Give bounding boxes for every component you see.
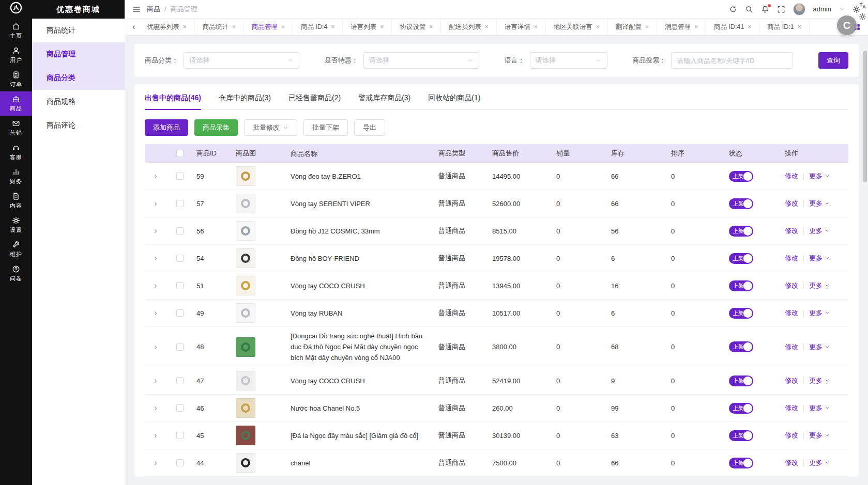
- row-checkbox[interactable]: [176, 227, 184, 234]
- row-checkbox[interactable]: [176, 377, 184, 384]
- page-tab[interactable]: 翻译配置 ×: [608, 19, 657, 35]
- status-toggle[interactable]: 上架: [729, 198, 753, 209]
- more-link[interactable]: 更多: [809, 431, 830, 440]
- edit-link[interactable]: 修改: [785, 308, 798, 318]
- row-checkbox[interactable]: [176, 282, 184, 289]
- row-expand-icon[interactable]: ›: [154, 226, 157, 236]
- edit-link[interactable]: 修改: [785, 171, 798, 181]
- page-tab[interactable]: 地区关联语言 ×: [546, 19, 608, 35]
- product-image[interactable]: [236, 166, 255, 186]
- product-search-input[interactable]: [671, 52, 793, 69]
- more-link[interactable]: 更多: [809, 254, 830, 263]
- rail-item[interactable]: 客服: [0, 140, 32, 164]
- edit-link[interactable]: 修改: [785, 376, 798, 385]
- edit-link[interactable]: 修改: [785, 431, 798, 440]
- rail-item[interactable]: 维护: [0, 237, 32, 261]
- more-link[interactable]: 更多: [809, 376, 830, 385]
- more-link[interactable]: 更多: [809, 199, 830, 208]
- export-button[interactable]: 导出: [354, 119, 385, 136]
- tabs-scroll-left-icon[interactable]: ‹: [128, 22, 139, 32]
- sidebar-item[interactable]: 商品管理: [32, 42, 125, 66]
- status-toggle[interactable]: 上架: [729, 430, 753, 441]
- product-image[interactable]: [236, 453, 255, 473]
- sidebar-item[interactable]: 商品统计: [32, 19, 125, 42]
- edit-link[interactable]: 修改: [785, 458, 798, 467]
- username[interactable]: admin: [813, 5, 831, 13]
- refresh-icon[interactable]: [729, 5, 737, 13]
- status-toggle[interactable]: 上架: [729, 376, 753, 386]
- search-icon[interactable]: [745, 5, 753, 13]
- rail-item[interactable]: 财务: [0, 164, 32, 189]
- more-link[interactable]: 更多: [809, 171, 830, 181]
- tab-close-icon[interactable]: ×: [232, 23, 236, 30]
- special-select[interactable]: 请选择: [363, 52, 479, 69]
- rail-item[interactable]: 设置: [0, 213, 32, 237]
- collect-product-button[interactable]: 商品采集: [194, 119, 238, 136]
- add-product-button[interactable]: 添加商品: [145, 119, 188, 136]
- row-expand-icon[interactable]: ›: [154, 403, 157, 413]
- edit-link[interactable]: 修改: [785, 281, 798, 290]
- page-tab[interactable]: 配送员列表 ×: [441, 19, 497, 35]
- row-expand-icon[interactable]: ›: [154, 308, 157, 318]
- row-checkbox[interactable]: [176, 200, 184, 207]
- tab-close-icon[interactable]: ×: [534, 23, 538, 30]
- batch-edit-button[interactable]: 批量修改: [244, 119, 297, 136]
- fullscreen-icon[interactable]: [777, 5, 785, 13]
- row-checkbox[interactable]: [176, 173, 184, 180]
- product-status-tab[interactable]: 出售中的商品(46): [145, 93, 201, 109]
- product-status-tab[interactable]: 已经售罄商品(2): [288, 93, 341, 109]
- row-expand-icon[interactable]: ›: [154, 431, 157, 440]
- select-all-checkbox[interactable]: [176, 150, 184, 157]
- vertical-scrollbar-thumb[interactable]: [863, 51, 867, 182]
- row-expand-icon[interactable]: ›: [154, 458, 157, 467]
- page-tab[interactable]: 商品管理 ×: [244, 19, 293, 35]
- avatar[interactable]: [793, 3, 805, 15]
- page-tab[interactable]: 商品 ID:4 ×: [293, 19, 343, 35]
- sidebar-item[interactable]: 商品分类: [32, 66, 125, 90]
- tab-close-icon[interactable]: ×: [485, 23, 489, 30]
- tab-close-icon[interactable]: ×: [429, 23, 433, 30]
- floating-brand-bubble[interactable]: C: [837, 15, 857, 35]
- page-tab[interactable]: 语言详情 ×: [497, 19, 546, 35]
- more-link[interactable]: 更多: [809, 226, 830, 236]
- search-button[interactable]: 查询: [818, 52, 848, 69]
- row-expand-icon[interactable]: ›: [154, 342, 157, 352]
- rail-item[interactable]: 问卷: [0, 261, 32, 286]
- tab-close-icon[interactable]: ×: [694, 23, 698, 30]
- status-toggle[interactable]: 上架: [729, 171, 753, 182]
- language-toggle-icon[interactable]: [859, 2, 866, 9]
- category-select[interactable]: 请选择: [184, 52, 299, 69]
- page-tab[interactable]: 消息管理 ×: [657, 19, 706, 35]
- row-expand-icon[interactable]: ›: [154, 376, 157, 385]
- sidebar-item[interactable]: 商品评论: [32, 114, 125, 137]
- status-toggle[interactable]: 上架: [729, 253, 753, 264]
- edit-link[interactable]: 修改: [785, 254, 798, 263]
- product-image[interactable]: [236, 426, 255, 445]
- row-expand-icon[interactable]: ›: [154, 171, 157, 181]
- more-link[interactable]: 更多: [809, 458, 830, 467]
- edit-link[interactable]: 修改: [785, 226, 798, 236]
- row-expand-icon[interactable]: ›: [154, 281, 157, 290]
- tab-close-icon[interactable]: ×: [645, 23, 649, 30]
- more-link[interactable]: 更多: [809, 308, 830, 318]
- tab-close-icon[interactable]: ×: [281, 23, 285, 30]
- rail-item[interactable]: 主页: [0, 19, 32, 43]
- rail-item[interactable]: 营销: [0, 116, 32, 140]
- app-logo[interactable]: [0, 0, 32, 19]
- product-status-tab[interactable]: 警戒库存商品(3): [358, 93, 410, 109]
- status-toggle[interactable]: 上架: [729, 308, 753, 319]
- status-toggle[interactable]: 上架: [729, 458, 753, 468]
- status-toggle[interactable]: 上架: [729, 341, 753, 352]
- more-link[interactable]: 更多: [809, 342, 830, 352]
- status-toggle[interactable]: 上架: [729, 226, 753, 237]
- row-checkbox[interactable]: [176, 309, 184, 317]
- page-tab[interactable]: 商品统计 ×: [195, 19, 244, 35]
- status-toggle[interactable]: 上架: [729, 403, 753, 414]
- user-menu-chevron-icon[interactable]: [839, 6, 845, 12]
- product-image[interactable]: [236, 248, 255, 268]
- row-expand-icon[interactable]: ›: [154, 254, 157, 263]
- page-tab[interactable]: 优惠券列表 ×: [139, 19, 195, 35]
- row-checkbox[interactable]: [176, 432, 184, 439]
- product-image[interactable]: [236, 398, 255, 418]
- rail-item[interactable]: 内容: [0, 189, 32, 213]
